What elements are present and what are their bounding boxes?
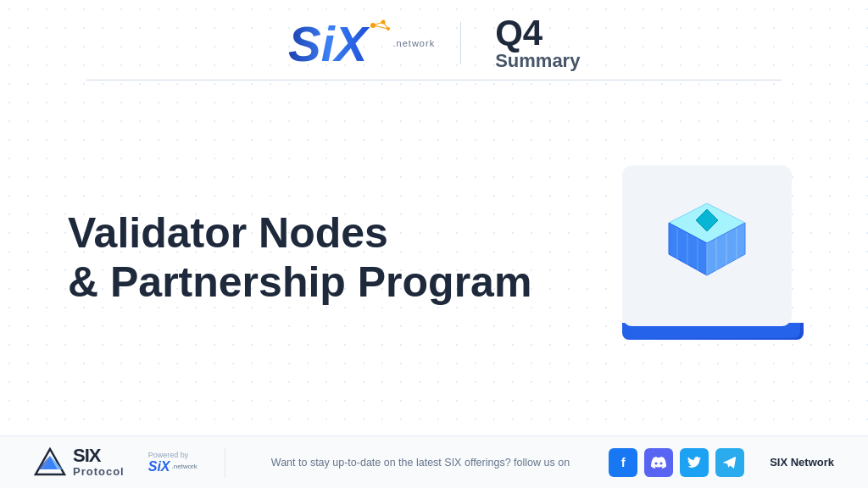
protocol-label: Protocol — [73, 466, 125, 478]
powered-logo: SiX .network — [148, 459, 198, 474]
network-badge: .network — [393, 38, 436, 48]
headline-line2: & Partnership Program — [68, 258, 531, 306]
six-network-label: SIX Network — [770, 456, 834, 469]
twitter-button[interactable] — [680, 448, 709, 477]
six-footer-label: SIX — [73, 446, 125, 466]
six-powered-text: SiX — [148, 459, 170, 474]
powered-by-section: Powered by SiX .network — [148, 451, 198, 474]
six-network-logo: SiX .network — [288, 19, 436, 68]
headline-line1: Validator Nodes — [68, 209, 388, 257]
facebook-icon: f — [621, 455, 626, 469]
six-protocol-logo: SIX Protocol — [34, 446, 125, 478]
telegram-button[interactable] — [715, 448, 744, 477]
page-wrapper: SiX .network — [0, 0, 868, 488]
footer-divider — [225, 447, 225, 478]
card-shadow — [622, 323, 804, 340]
discord-icon — [651, 457, 666, 469]
icon-card — [622, 165, 792, 326]
svg-text:SiX: SiX — [288, 19, 370, 68]
summary-label: Summary — [495, 51, 580, 71]
six-logo-svg: SiX — [288, 19, 390, 68]
footer-tagline: Want to stay up-to-date on the latest SI… — [253, 457, 588, 469]
footer: SIX Protocol Powered by SiX .network Wan… — [0, 435, 868, 488]
discord-button[interactable] — [644, 448, 673, 477]
powered-by-text: Powered by — [148, 451, 189, 459]
network-powered-text: .network — [172, 463, 198, 470]
network-label: .network — [393, 38, 436, 48]
quarter-label: Q4 — [495, 15, 542, 51]
q4-section: Q4 Summary — [495, 15, 580, 71]
header: SiX .network — [0, 0, 868, 80]
headline: Validator Nodes & Partnership Program — [68, 209, 531, 307]
protocol-triangle-icon — [34, 447, 66, 476]
facebook-button[interactable]: f — [609, 448, 637, 477]
cube-illustration — [605, 165, 800, 352]
six-protocol-text: SIX Protocol — [73, 446, 125, 478]
social-icons: f — [609, 448, 744, 477]
twitter-icon — [687, 457, 701, 469]
header-divider — [460, 22, 461, 64]
main-section: Validator Nodes & Partnership Program — [0, 80, 868, 435]
cube-svg — [652, 191, 762, 301]
telegram-icon — [723, 457, 737, 469]
